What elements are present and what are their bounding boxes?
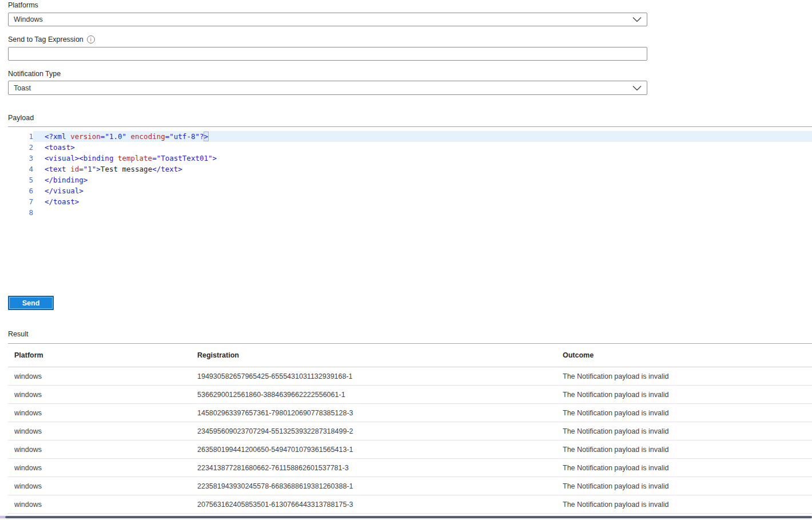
table-header: Platform Registration Outcome [8,344,812,367]
code-line[interactable]: 5</binding> [8,174,812,185]
cell-registration: 223413877281680662-761158862601537781-3 [197,464,563,472]
line-number: 7 [8,196,33,207]
code-line[interactable]: 1<?xml version="1.0" encoding="utf-8"?> [8,131,812,142]
payload-editor-lines: 1<?xml version="1.0" encoding="utf-8"?>2… [8,131,812,218]
result-label-text: Result [8,330,28,338]
line-number: 8 [8,207,33,218]
cell-platform: windows [8,427,197,435]
tag-expression-label-text: Send to Tag Expression [8,35,83,43]
cell-registration: 207563162405853501-6130766443313788175-3 [197,501,563,509]
code-text: </visual> [33,185,812,196]
cell-registration: 223581943930245578-6683688619381260388-1 [197,482,563,490]
table-row: windows234595609023707294-55132539322873… [8,422,812,440]
platforms-label: Platforms [8,1,38,9]
table-row: windows263580199441200650-54947010793615… [8,440,812,459]
result-label: Result [8,330,28,338]
code-line[interactable]: 2<toast> [8,142,812,153]
cell-platform: windows [8,482,197,490]
tag-expression-label: Send to Tag Expression i [8,35,95,43]
code-text: <visual><binding template="ToastText01"> [33,153,812,164]
cell-registration: 263580199441200650-5494701079361565413-1 [197,446,563,454]
code-line[interactable]: 4<text id="1">Test message</text> [8,164,812,174]
tag-expression-input[interactable] [8,47,647,61]
header-platform: Platform [8,351,197,359]
selected-type-value: Toast [14,84,31,92]
header-outcome: Outcome [563,351,812,359]
cell-registration: 145802963397657361-7980120690778385128-3 [197,409,563,417]
cell-outcome: The Notification payload is invalid [563,427,812,435]
payload-label-text: Payload [8,114,34,122]
line-number: 5 [8,174,33,185]
cell-platform: windows [8,391,197,399]
table-row: windows145802963397657361-79801206907783… [8,404,812,422]
cell-outcome: The Notification payload is invalid [563,409,812,417]
cell-registration: 194930582657965425-6555431031132939168-1 [197,372,563,380]
cell-registration: 5366290012561860-3884639662222556061-1 [197,391,563,399]
code-line[interactable]: 8 [8,207,812,218]
cell-outcome: The Notification payload is invalid [563,391,812,399]
table-row: windows223413877281680662-76115886260153… [8,459,812,477]
info-icon[interactable]: i [87,35,95,43]
cell-platform: windows [8,372,197,380]
code-text: <text id="1">Test message</text> [33,164,812,174]
chevron-down-icon [632,17,642,22]
code-line[interactable]: 3<visual><binding template="ToastText01"… [8,153,812,164]
code-text: <?xml version="1.0" encoding="utf-8"?> [33,131,812,142]
cell-platform: windows [8,501,197,509]
cell-outcome: The Notification payload is invalid [563,501,812,509]
cell-platform: windows [8,446,197,454]
platforms-label-text: Platforms [8,1,38,9]
line-number: 6 [8,185,33,196]
code-text: </toast> [33,196,812,207]
cell-outcome: The Notification payload is invalid [563,482,812,490]
line-number: 1 [8,131,33,142]
code-text: </binding> [33,174,812,185]
cell-outcome: The Notification payload is invalid [563,372,812,380]
table-row: windows223581943930245578-66836886193812… [8,477,812,495]
table-row: windows194930582657965425-65554310311329… [8,367,812,386]
code-text [33,207,812,218]
chevron-down-icon [632,85,642,90]
notification-type-select[interactable]: Toast [8,81,647,95]
cell-outcome: The Notification payload is invalid [563,446,812,454]
horizontal-scrollbar[interactable] [0,515,812,519]
header-registration: Registration [197,351,563,359]
cell-registration: 234595609023707294-5513253932287318499-2 [197,427,563,435]
result-table-body: windows194930582657965425-65554310311329… [8,367,812,514]
payload-label: Payload [8,114,34,122]
cell-outcome: The Notification payload is invalid [563,464,812,472]
code-line[interactable]: 6</visual> [8,185,812,196]
code-text: <toast> [33,142,812,153]
code-line[interactable]: 7</toast> [8,196,812,207]
table-row: windows5366290012561860-3884639662222556… [8,386,812,404]
line-number: 4 [8,164,33,174]
payload-editor[interactable]: 1<?xml version="1.0" encoding="utf-8"?>2… [8,126,812,293]
platforms-select[interactable]: Windows [8,13,647,26]
line-number: 2 [8,142,33,153]
scrollbar-track-edge [0,516,5,518]
cell-platform: windows [8,409,197,417]
line-number: 3 [8,153,33,164]
result-table: Platform Registration Outcome windows194… [8,343,812,514]
scrollbar-thumb[interactable] [5,516,812,518]
notification-type-label: Notification Type [8,70,61,78]
table-row: windows207563162405853501-61307664433137… [8,495,812,514]
notification-type-label-text: Notification Type [8,70,61,78]
send-button[interactable]: Send [8,296,54,310]
selected-platform-value: Windows [14,15,43,23]
cell-platform: windows [8,464,197,472]
